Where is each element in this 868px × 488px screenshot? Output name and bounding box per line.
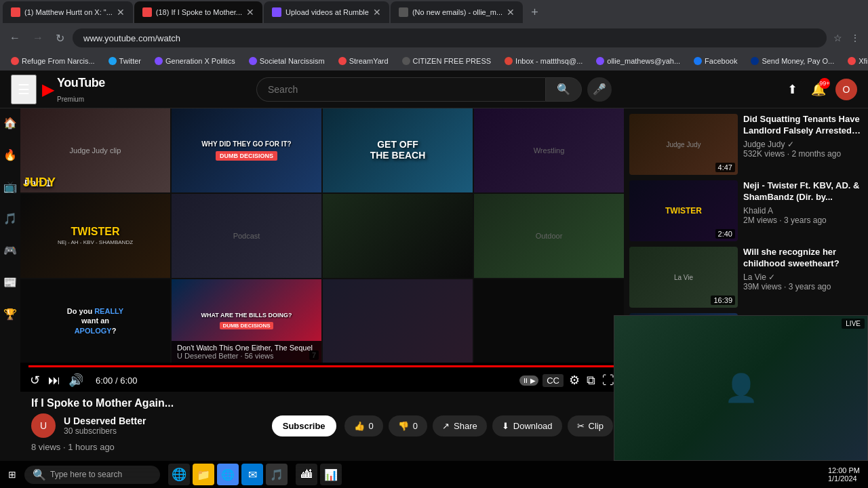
tab-2[interactable]: (18) If I Spoke to Mother... ✕ bbox=[134, 1, 262, 23]
thumb-tooltip-10: Don't Watch This One Either, The SequelU… bbox=[172, 341, 321, 363]
taskbar-app-browser[interactable]: 🌐 bbox=[217, 464, 239, 485]
view-count: 8 views · 1 hours ago bbox=[31, 442, 613, 452]
thumb-item-11[interactable] bbox=[323, 279, 473, 363]
rec-meta-2: 2M views · 3 years ago bbox=[743, 216, 863, 225]
rec-duration-1: 4:47 bbox=[715, 163, 735, 172]
settings-button[interactable]: ⚙ bbox=[568, 371, 581, 389]
progress-bar[interactable] bbox=[28, 365, 616, 367]
miniplayer-button[interactable]: ⧉ bbox=[585, 372, 597, 389]
rec-thumb-box-3: La Vie 16:39 bbox=[629, 247, 738, 308]
tab-3[interactable]: Upload videos at Rumble ✕ bbox=[264, 1, 389, 23]
bookmark-twitter[interactable]: Twitter bbox=[103, 56, 146, 66]
start-button[interactable]: ⊞ bbox=[3, 466, 22, 483]
thumb-item-12[interactable] bbox=[474, 279, 624, 363]
address-bar[interactable]: www.youtube.com/watch bbox=[73, 28, 827, 47]
thumb-item-8[interactable]: Outdoor bbox=[474, 194, 624, 278]
address-text: www.youtube.com/watch bbox=[83, 33, 180, 43]
forward-button[interactable]: → bbox=[28, 29, 47, 47]
avatar[interactable]: O bbox=[835, 79, 857, 100]
bookmark-genx[interactable]: Generation X Politics bbox=[149, 56, 241, 66]
thumb-item-4[interactable]: Wrestling bbox=[474, 108, 624, 192]
thumb-item-1[interactable]: Judge Judy clip Part 1 JUDY bbox=[20, 108, 170, 192]
like-button[interactable]: 👍 0 bbox=[344, 415, 383, 436]
rec-title-3: Will she recognize her childhood sweethe… bbox=[743, 247, 863, 270]
rec-thumb-box-2: TWISTER 2:40 bbox=[629, 180, 738, 241]
taskbar-search[interactable]: 🔍 Type here to search bbox=[24, 466, 160, 484]
search-input[interactable] bbox=[256, 77, 545, 102]
share-button[interactable]: ↗ Share bbox=[433, 415, 487, 436]
skip-button[interactable]: ⏭ bbox=[47, 372, 62, 389]
volume-button[interactable]: 🔊 bbox=[67, 371, 85, 389]
tab-close-3[interactable]: ✕ bbox=[373, 7, 381, 18]
rec-item-2[interactable]: TWISTER 2:40 Neji - Twister Ft. KBV, AD.… bbox=[629, 180, 863, 241]
video-title: If I Spoke to Mother Again... bbox=[31, 397, 613, 409]
search-button[interactable]: 🔍 bbox=[545, 77, 582, 102]
channel-name: U Deserved Better bbox=[64, 415, 264, 426]
settings-icon[interactable]: ⋮ bbox=[848, 30, 863, 46]
taskbar-app-mail[interactable]: ✉ bbox=[241, 464, 263, 485]
rec-item-1[interactable]: Judge Judy 4:47 Did Squatting Tenants Ha… bbox=[629, 114, 863, 175]
bookmark-fb[interactable]: Facebook bbox=[688, 56, 743, 66]
tab-1[interactable]: (1) Matthew Hurtt on X: "... ✕ bbox=[3, 1, 133, 23]
rec-title-2: Neji - Twister Ft. KBV, AD. & ShamBandz … bbox=[743, 180, 863, 203]
bookmark-streamyard[interactable]: StreamYard bbox=[333, 56, 394, 66]
voice-search-button[interactable]: 🎤 bbox=[587, 77, 612, 102]
bookmarks-bar: Refuge From Narcis... Twitter Generation… bbox=[0, 52, 868, 70]
bookmark-icon[interactable]: ☆ bbox=[831, 30, 845, 46]
taskbar-app-cortana[interactable]: 🌐 bbox=[168, 464, 190, 485]
sidebar-icon-home[interactable]: 🏠 bbox=[1, 114, 20, 132]
taskbar-app-extra2[interactable]: 📊 bbox=[320, 464, 342, 485]
sidebar-icon-explore[interactable]: 🔥 bbox=[1, 146, 20, 164]
progress-fill bbox=[28, 365, 616, 367]
sidebar-icon-subscriptions[interactable]: 📺 bbox=[1, 178, 20, 196]
rec-info-3: Will she recognize her childhood sweethe… bbox=[743, 247, 863, 308]
sidebar-icon-gaming[interactable]: 🎮 bbox=[1, 241, 20, 260]
thumb-item-5[interactable]: TWISTER NEj - AH - KBV - SHAMBANDZ bbox=[20, 194, 170, 278]
sidebar-icon-music[interactable]: 🎵 bbox=[1, 209, 20, 228]
taskbar-app-explorer[interactable]: 📁 bbox=[193, 464, 214, 485]
time-display: 6:00 / 6:00 bbox=[96, 375, 137, 386]
tab-favicon-3 bbox=[272, 7, 281, 17]
reload-button[interactable]: ↻ bbox=[52, 29, 68, 47]
thumb-item-6[interactable]: Podcast bbox=[172, 194, 321, 278]
back-button[interactable]: ← bbox=[5, 29, 24, 47]
download-button[interactable]: ⬇ Download bbox=[492, 415, 562, 436]
sidebar-icon-sports[interactable]: 🏆 bbox=[1, 305, 20, 323]
bookmark-cfp[interactable]: CITIZEN FREE PRESS bbox=[397, 56, 497, 66]
new-tab-button[interactable]: + bbox=[527, 3, 542, 22]
bookmark-inbox[interactable]: Inbox - mattthsq@... bbox=[499, 56, 588, 66]
thumb-item-10[interactable]: WHAT ARE THE BILLS DOING? DUMB DECISIONS… bbox=[172, 279, 321, 363]
sidebar-icon-news[interactable]: 📰 bbox=[1, 273, 20, 291]
dislike-button[interactable]: 👎 0 bbox=[389, 415, 427, 436]
bookmark-ollie[interactable]: ollie_mathews@yah... bbox=[591, 56, 686, 66]
subscribe-button[interactable]: Subscribe bbox=[272, 415, 336, 436]
thumb-item-2[interactable]: WHY DID THEY GO FOR IT? DUMB DECISIONS bbox=[172, 108, 321, 192]
thumb-item-7[interactable] bbox=[323, 194, 473, 278]
live-pip[interactable]: 👤 LIVE bbox=[614, 315, 868, 461]
tab-title-1: (1) Matthew Hurtt on X: "... bbox=[24, 8, 113, 16]
notifications-button[interactable]: 🔔 99+ bbox=[807, 78, 830, 101]
tab-close-1[interactable]: ✕ bbox=[117, 7, 125, 18]
upload-icon[interactable]: ⬆ bbox=[783, 78, 802, 101]
bookmark-refuge[interactable]: Refuge From Narcis... bbox=[5, 56, 100, 66]
tab-4[interactable]: (No new emails) - ollie_m... ✕ bbox=[391, 1, 523, 23]
yt-logo[interactable]: ▶ YouTube Premium bbox=[42, 76, 105, 103]
bookmark-narcissism[interactable]: Societal Narcissism bbox=[243, 56, 330, 66]
thumb-item-3[interactable]: GET OFFTHE BEACH bbox=[323, 108, 473, 192]
nav-icons: ☆ ⋮ bbox=[831, 30, 863, 46]
pause-toggle[interactable]: ⏸ ▶ bbox=[519, 375, 538, 386]
captions-button[interactable]: CC bbox=[542, 374, 564, 387]
tab-close-4[interactable]: ✕ bbox=[507, 7, 515, 18]
tab-close-2[interactable]: ✕ bbox=[246, 7, 254, 18]
yt-search-box: 🔍 bbox=[256, 77, 582, 102]
taskbar-app-media[interactable]: 🎵 bbox=[266, 464, 288, 485]
bookmark-paypal[interactable]: Send Money, Pay O... bbox=[745, 56, 840, 66]
thumb-item-9[interactable]: Do you REALLYwant anAPOLOGY? bbox=[20, 279, 170, 363]
taskbar-app-extra[interactable]: 🏙 bbox=[296, 464, 317, 485]
replay-button[interactable]: ↺ bbox=[28, 371, 41, 389]
clip-button[interactable]: ✂ Clip bbox=[568, 415, 613, 436]
bookmark-xfinity[interactable]: Xfinity Speed Test bbox=[842, 56, 868, 66]
taskbar-right: 12:00 PM1/1/2024 bbox=[828, 466, 865, 483]
hamburger-menu[interactable]: ☰ bbox=[11, 75, 37, 104]
rec-item-3[interactable]: La Vie 16:39 Will she recognize her chil… bbox=[629, 247, 863, 308]
